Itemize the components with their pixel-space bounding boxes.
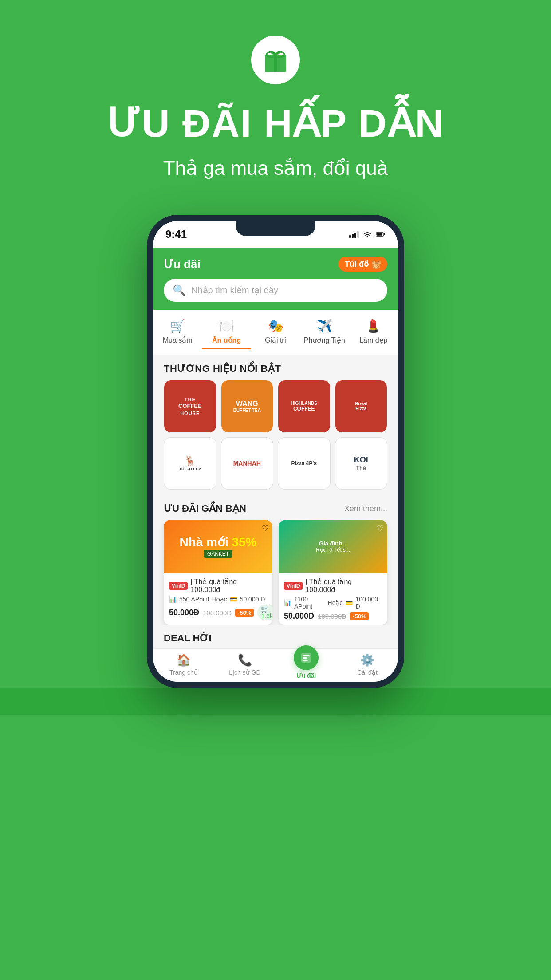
deal-vendor-2: VinID | Thẻ quà tặng 100.000đ (284, 577, 382, 594)
deal-card-2[interactable]: Gia đình... Rực rỡ Tết s... ♡ VinID | Th… (279, 520, 387, 625)
status-bar: 9:41 (153, 221, 398, 248)
deal-card-2-img: Gia đình... Rực rỡ Tết s... ♡ (279, 520, 387, 573)
brand-royal[interactable]: Royal Pizza (335, 380, 388, 433)
hero-title: ƯU ĐÃI HẤP DẪN (107, 100, 444, 146)
bottom-nav: 🏠 Trang chủ 📞 Lịch sử GD (153, 648, 398, 682)
tui-do-icon: 🧺 (371, 259, 381, 269)
nav-lich-su-label: Lịch sử GD (229, 669, 260, 676)
cat-phuong-tien-label: Phương Tiện (304, 336, 345, 344)
nav-uu-dai-icon (300, 652, 312, 664)
phone-frame: 9:41 (147, 215, 404, 688)
cat-mua-sam-icon: 🛒 (170, 319, 185, 333)
cat-lam-dep-label: Làm đẹp (359, 336, 387, 344)
status-icons (349, 231, 386, 238)
tui-do-badge[interactable]: Túi đồ 🧺 (338, 257, 387, 272)
nav-cai-dat-icon: ⚙️ (360, 653, 374, 667)
vinid-logo-2: VinID (284, 582, 303, 590)
app-header: Ưu đãi Túi đồ 🧺 (153, 248, 398, 279)
brand-highlands[interactable]: HIGHLANDS COFFEE (278, 380, 331, 433)
cat-mua-sam[interactable]: 🛒 Mua sắm (153, 315, 202, 349)
price-val-1: 50.000 Đ (240, 596, 265, 603)
deal-new-price-2: 50.000Đ (284, 612, 314, 621)
svg-rect-14 (303, 657, 307, 659)
brand-the-alley[interactable]: 🦌 THE ALLEY (164, 437, 216, 490)
search-icon: 🔍 (173, 284, 186, 296)
phone-time: 9:41 (165, 228, 187, 241)
search-bar-container: 🔍 Nhập tìm kiếm tại đây (153, 279, 398, 310)
deal-card-1-img: Nhà mới 35% GANKET ♡ (164, 520, 272, 573)
deal-old-price-2: 100.000Đ (318, 612, 346, 620)
brand-the-coffee-house[interactable]: THE COFFEE HOUSE (164, 380, 216, 433)
nav-trang-chu-icon: 🏠 (177, 653, 191, 667)
brand-koi-the[interactable]: KOI Thé (335, 437, 388, 490)
cat-lam-dep[interactable]: 💄 Làm đẹp (349, 315, 398, 349)
cat-phuong-tien-icon: ✈️ (317, 319, 332, 333)
gift-icon (261, 46, 290, 74)
deal-discount-1: -50% (235, 609, 254, 617)
nav-trang-chu[interactable]: 🏠 Trang chủ (153, 653, 214, 679)
svg-rect-11 (376, 233, 382, 236)
nav-uu-dai-label: Ưu đãi (296, 672, 316, 679)
battery-icon (376, 231, 386, 238)
nav-trang-chu-label: Trang chủ (169, 669, 198, 676)
brand-pizza4ps[interactable]: Pizza 4P's (278, 437, 331, 490)
cat-giai-tri-icon: 🎭 (268, 319, 283, 333)
brand-manhah[interactable]: MANHAH (221, 437, 274, 490)
price-icon-1: 💳 (230, 596, 237, 603)
deal-cart-1: 🛒 1.3k (257, 605, 272, 620)
wifi-icon (362, 231, 372, 238)
search-input[interactable]: 🔍 Nhập tìm kiếm tại đây (164, 279, 387, 302)
deal-vendor-1: VinID | Thẻ quà tặng 100.000đ (169, 577, 267, 594)
svg-rect-13 (303, 655, 310, 656)
deal-card-2-body: VinID | Thẻ quà tặng 100.000đ 📊 1100 APo… (279, 573, 387, 625)
signal-icon (349, 231, 359, 238)
phone-mockup: 9:41 (0, 215, 551, 688)
gift-icon-container (251, 36, 300, 84)
deal-vendor-name-2: | Thẻ quà tặng 100.000đ (305, 577, 382, 594)
deal-new-price-1: 50.000Đ (169, 608, 199, 617)
deal-card-1[interactable]: Nhà mới 35% GANKET ♡ VinID | Thẻ quà tặn… (164, 520, 272, 625)
phone-notch (236, 221, 315, 236)
apoints-icon-2: 📊 (284, 599, 291, 606)
price-icon-2: 💳 (345, 599, 353, 606)
cat-lam-dep-icon: 💄 (366, 319, 381, 333)
nav-uu-dai[interactable]: Ưu đãi (276, 653, 337, 679)
see-more-link[interactable]: Xem thêm... (344, 504, 387, 514)
cat-an-uong[interactable]: 🍽️ Ăn uống (202, 315, 251, 349)
svg-rect-6 (352, 234, 354, 238)
svg-rect-2 (274, 55, 277, 72)
svg-rect-15 (303, 660, 308, 661)
tui-do-label: Túi đồ (345, 259, 369, 269)
deal-price-row-1: 50.000Đ 100.000Đ -50% 🛒 1.3k (169, 605, 267, 620)
hero-subtitle: Thả ga mua sắm, đổi quà (163, 157, 388, 179)
deal-cards-container: Nhà mới 35% GANKET ♡ VinID | Thẻ quà tặn… (153, 520, 398, 625)
deal-hoi-label: DEAL HỜI (153, 625, 398, 648)
nav-cai-dat[interactable]: ⚙️ Cài đặt (337, 653, 398, 679)
nav-cai-dat-label: Cài đặt (357, 669, 378, 676)
deal-old-price-1: 100.000Đ (203, 609, 232, 616)
cat-an-uong-label: Ăn uống (212, 336, 241, 344)
cat-mua-sam-label: Mua sắm (163, 336, 193, 344)
apoints-value-2: 1100 APoint (294, 596, 325, 610)
cat-giai-tri[interactable]: 🎭 Giải trí (251, 315, 300, 349)
apoints-value-1: 550 APoint (179, 596, 209, 603)
cat-phuong-tien[interactable]: ✈️ Phương Tiện (300, 315, 349, 349)
phone-screen: 9:41 (153, 221, 398, 682)
deal-apoints-2: 📊 1100 APoint Hoặc 💳 100.000 Đ (284, 596, 382, 610)
nav-center-btn[interactable] (294, 645, 319, 670)
svg-rect-8 (357, 231, 359, 238)
app-header-title: Ưu đãi (164, 257, 201, 271)
vinid-logo-1: VinID (169, 582, 188, 590)
bottom-green-bar (0, 688, 551, 715)
svg-rect-10 (384, 233, 385, 235)
nearby-deals-header: ƯU ĐÃI GẦN BẠN Xem thêm... (153, 498, 398, 520)
deal-card-1-body: VinID | Thẻ quà tặng 100.000đ 📊 550 APoi… (164, 573, 272, 625)
nav-lich-su[interactable]: 📞 Lịch sử GD (214, 653, 276, 679)
brand-wang[interactable]: WANG BUFFET TEA (221, 380, 274, 433)
deal-vendor-name-1: | Thẻ quà tặng 100.000đ (190, 577, 267, 594)
search-placeholder: Nhập tìm kiếm tại đây (191, 285, 278, 296)
nearby-deals-title: ƯU ĐÃI GẦN BẠN (164, 503, 246, 514)
deal-discount-2: -50% (350, 612, 369, 620)
svg-rect-7 (354, 233, 356, 238)
featured-brands-header: THƯƠNG HIỆU NỔI BẬT (153, 355, 398, 380)
